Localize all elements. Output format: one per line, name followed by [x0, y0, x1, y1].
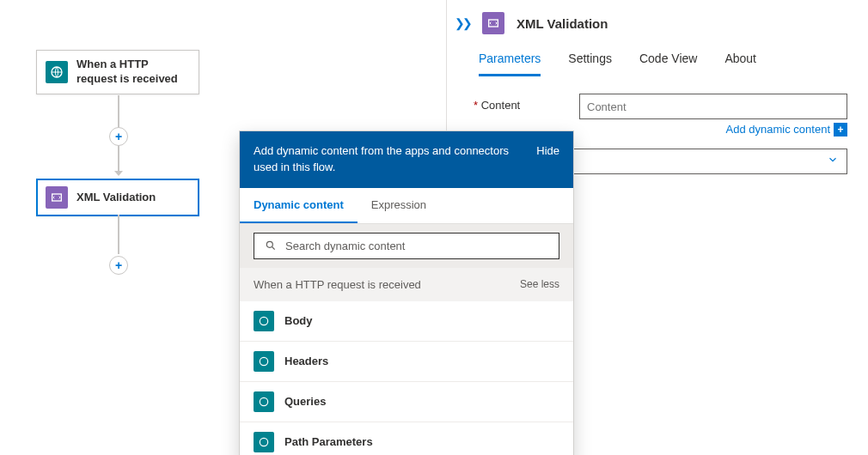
group-header: When a HTTP request is received See less: [240, 268, 573, 301]
plus-badge-icon: +: [834, 123, 847, 136]
search-input[interactable]: [285, 240, 548, 252]
add-step-button[interactable]: +: [109, 127, 128, 146]
xml-icon: [482, 12, 504, 34]
search-box[interactable]: [254, 233, 559, 259]
dc-item-queries[interactable]: Queries: [240, 382, 573, 422]
panel-header: ❯❯ XML Validation: [448, 0, 868, 39]
popup-header: Add dynamic content from the apps and co…: [240, 131, 573, 188]
add-dynamic-content-link[interactable]: Add dynamic content+: [726, 123, 847, 136]
see-less-button[interactable]: See less: [520, 278, 559, 290]
content-label: * Content: [474, 94, 572, 112]
panel-tabs: Parameters Settings Code View About: [448, 39, 868, 76]
tab-parameters[interactable]: Parameters: [479, 52, 541, 76]
search-icon: [265, 240, 277, 252]
group-title: When a HTTP request is received: [254, 278, 421, 291]
search-row: [240, 224, 573, 268]
http-icon: [254, 432, 274, 452]
tab-code-view[interactable]: Code View: [639, 52, 697, 76]
tab-about[interactable]: About: [724, 52, 756, 76]
node-label: XML Validation: [76, 191, 156, 205]
dynamic-content-popup: Add dynamic content from the apps and co…: [239, 130, 574, 455]
dc-item-path-parameters[interactable]: Path Parameters: [240, 422, 573, 455]
tab-settings[interactable]: Settings: [568, 52, 612, 76]
arrow-down-icon: [114, 171, 123, 176]
http-icon: [46, 61, 68, 83]
dc-item-label: Queries: [284, 395, 326, 408]
field-content: * Content: [474, 94, 847, 119]
svg-point-7: [260, 438, 267, 446]
http-icon: [254, 311, 274, 331]
dc-item-headers[interactable]: Headers: [240, 342, 573, 382]
svg-line-3: [272, 247, 275, 250]
dc-item-label: Headers: [284, 355, 328, 367]
add-step-button[interactable]: +: [109, 256, 128, 275]
svg-point-6: [260, 397, 267, 405]
dc-item-body[interactable]: Body: [240, 301, 573, 342]
svg-point-2: [266, 242, 272, 248]
action-node-xml-validation[interactable]: XML Validation: [36, 179, 199, 216]
svg-point-5: [260, 357, 267, 365]
xml-icon: [46, 186, 68, 209]
trigger-node-http-request[interactable]: When a HTTP request is received: [36, 50, 199, 94]
node-label: When a HTTP request is received: [76, 58, 190, 87]
tab-dynamic-content[interactable]: Dynamic content: [240, 188, 358, 223]
content-input[interactable]: [579, 94, 847, 119]
connector-line: [118, 215, 119, 254]
tab-expression[interactable]: Expression: [358, 188, 440, 223]
popup-tabs: Dynamic content Expression: [240, 188, 573, 224]
hide-button[interactable]: Hide: [536, 143, 559, 160]
expand-panel-icon[interactable]: ❯❯: [455, 16, 470, 30]
popup-header-text: Add dynamic content from the apps and co…: [254, 143, 519, 176]
http-icon: [254, 351, 274, 372]
dc-item-label: Body: [284, 314, 313, 327]
panel-title: XML Validation: [517, 16, 608, 31]
dc-item-label: Path Parameters: [284, 435, 373, 448]
svg-point-4: [260, 317, 267, 325]
http-icon: [254, 391, 274, 412]
